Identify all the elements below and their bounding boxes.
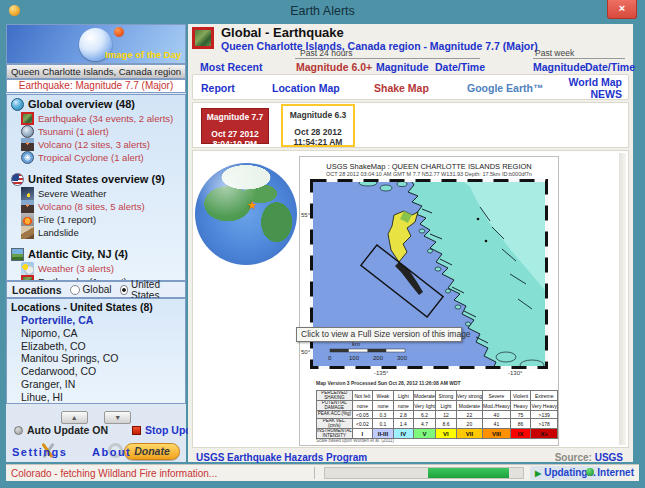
- event-card-magnitude-7-7[interactable]: Magnitude 7.7 Oct 27 2012 8:04:10 PM: [201, 108, 269, 144]
- move-down-button[interactable]: ▼: [104, 411, 131, 424]
- intensity-row-header: INSTRUMENTAL INTENSITY: [317, 429, 353, 439]
- overview-item[interactable]: Volcano (12 sites, 3 alerts): [9, 138, 183, 151]
- intensity-cell: <0.02: [352, 419, 373, 429]
- intensity-cell: Extreme: [531, 391, 558, 401]
- overview-item[interactable]: Fire (1 report): [9, 213, 183, 226]
- scale-tick: 200: [373, 355, 384, 361]
- intensity-row-header: PEAK VEL.(cm/s): [317, 419, 353, 429]
- location-list-item[interactable]: Manitou Springs, CO: [11, 352, 181, 365]
- radio-united-states-circle[interactable]: [120, 285, 129, 295]
- overview-item[interactable]: Tsunami (1 alert): [9, 125, 183, 138]
- overview-section-title[interactable]: United States overview (9): [9, 172, 183, 187]
- location-list-item[interactable]: Porterville, CA: [11, 314, 181, 327]
- news-link[interactable]: NEWS: [591, 88, 623, 100]
- settings-button[interactable]: Settings: [12, 446, 67, 458]
- volcano-icon: [21, 200, 34, 213]
- intensity-cell: Mod./Heavy: [483, 401, 511, 411]
- tsunami-icon: [21, 125, 34, 138]
- progress-bar: [324, 467, 524, 479]
- event-cards-panel: Magnitude 7.7 Oct 27 2012 8:04:10 PM Mag…: [192, 102, 629, 148]
- overview-item[interactable]: Landslide: [9, 226, 183, 239]
- magnitude-24h-link[interactable]: Magnitude: [376, 61, 429, 73]
- shake-map-link[interactable]: Shake Map: [374, 82, 429, 94]
- internet-label: Internet: [597, 467, 634, 478]
- app-window: Earth Alerts × Image of the Day Queen Ch…: [0, 0, 645, 488]
- magnitude-week-link[interactable]: Magnitude: [533, 61, 586, 73]
- report-link[interactable]: Report: [201, 82, 235, 94]
- intensity-cell: 20: [456, 419, 482, 429]
- overview-item-label: Volcano (8 sites, 5 alerts): [38, 200, 145, 213]
- location-list-item[interactable]: Cedarwood, CO: [11, 365, 181, 378]
- overview-section: Atlantic City, NJ (4)Weather (3 alerts)E…: [9, 247, 183, 281]
- overview-section-title[interactable]: Global overview (48): [9, 97, 183, 112]
- radio-global-label[interactable]: Global: [83, 284, 112, 295]
- intensity-cell: Light: [393, 391, 413, 401]
- location-list-item[interactable]: Elizabeth, CO: [11, 340, 181, 353]
- divider: [533, 58, 625, 59]
- about-button[interactable]: About: [92, 446, 131, 458]
- event-button[interactable]: Earthquake: Magnitude 7.7 (Major): [6, 79, 186, 93]
- sidebar-footer: Settings About Donate: [6, 442, 186, 462]
- region-button[interactable]: Queen Charlotte Islands, Canada region: [6, 64, 186, 79]
- intensity-cell: 0.1: [373, 419, 393, 429]
- intensity-row-header: PEAK ACC.(%g): [317, 411, 353, 419]
- intensity-cell: Very light: [414, 401, 436, 411]
- google-earth-link[interactable]: Google Earth™: [467, 82, 543, 94]
- globe-locator-image[interactable]: ★: [195, 163, 297, 265]
- stop-icon[interactable]: [132, 426, 141, 435]
- internet-status: Internet: [586, 466, 634, 480]
- event-card-magnitude-6-3[interactable]: Magnitude 6.3 Oct 28 2012 11:54:21 AM: [281, 104, 355, 147]
- overview-section: Global overview (48)Earthquake (34 event…: [9, 97, 183, 164]
- longitude-label: -130°: [508, 370, 522, 376]
- locations-label: Locations: [12, 284, 62, 296]
- earthquake-icon: [21, 112, 34, 125]
- overview-item[interactable]: Tropical Cyclone (1 alert): [9, 151, 183, 164]
- most-recent-link[interactable]: Most Recent: [200, 61, 262, 73]
- close-button[interactable]: ×: [607, 0, 637, 19]
- usgs-program-link[interactable]: USGS Earthquake Hazards Program: [196, 452, 367, 463]
- radio-global-circle[interactable]: [70, 285, 80, 295]
- divider: [314, 467, 315, 479]
- donate-button[interactable]: Donate: [124, 443, 180, 460]
- location-map-link[interactable]: Location Map: [272, 82, 340, 94]
- legend-footnote: Scale based upon Worden et al. (2011): [316, 438, 394, 443]
- radio-global[interactable]: Global: [70, 284, 112, 295]
- overview-section-label: United States overview (9): [28, 172, 165, 187]
- datetime-week-link[interactable]: Date/Time: [585, 61, 635, 73]
- overview-item[interactable]: Earthquake (34 events, 2 alerts): [9, 112, 183, 125]
- map-version-line: Map Version 3 Processed Sun Oct 28, 2012…: [316, 380, 461, 386]
- intensity-cell: none: [352, 401, 373, 411]
- locations-filter-bar: Locations Global United States: [6, 281, 186, 298]
- intensity-cell: 86: [510, 419, 531, 429]
- source-line: Source: USGS: [555, 452, 623, 463]
- earthquake-icon: [192, 27, 214, 49]
- overview-item[interactable]: Weather (3 alerts): [9, 262, 183, 275]
- location-list-item[interactable]: Granger, IN: [11, 378, 181, 391]
- event-time: 8:04:10 PM: [202, 139, 268, 149]
- overview-section-title[interactable]: Atlantic City, NJ (4): [9, 247, 183, 262]
- datetime-24h-link[interactable]: Date/Time: [435, 61, 485, 73]
- intensity-cell: IX: [510, 429, 531, 439]
- window-title: Earth Alerts: [0, 4, 645, 18]
- scrollbar[interactable]: [619, 153, 626, 445]
- epicenter-star-icon: ★: [247, 199, 257, 212]
- overview-section-label: Global overview (48): [28, 97, 135, 112]
- location-list-item[interactable]: Nipomo, CA: [11, 327, 181, 340]
- volcano-icon: [21, 138, 34, 151]
- intensity-cell: V: [414, 429, 436, 439]
- reorder-controls: ▲ ▼: [6, 406, 186, 424]
- us-flag-icon: [11, 173, 24, 186]
- intensity-cell: 8.6: [436, 419, 457, 429]
- image-of-the-day-caption: Image of the Day: [105, 49, 181, 60]
- overview-item[interactable]: Volcano (8 sites, 5 alerts): [9, 200, 183, 213]
- image-of-the-day-panel[interactable]: Image of the Day: [6, 24, 186, 64]
- overview-section-label: Atlantic City, NJ (4): [28, 247, 128, 262]
- move-up-button[interactable]: ▲: [61, 411, 88, 424]
- overview-item[interactable]: Severe Weather: [9, 187, 183, 200]
- magnitude-6-link[interactable]: Magnitude 6.0+: [296, 61, 372, 73]
- photo-icon: [11, 248, 24, 261]
- world-map-link[interactable]: World Map: [569, 76, 622, 88]
- source-usgs-link[interactable]: USGS: [595, 452, 623, 463]
- internet-icon: [586, 468, 594, 476]
- location-list-item[interactable]: Lihue, HI: [11, 391, 181, 404]
